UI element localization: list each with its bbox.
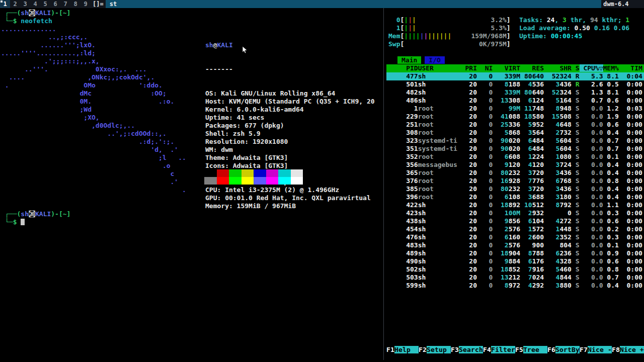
prompt-at-symbol: ㉉ <box>29 9 35 17</box>
process-row[interactable]: 308root 20 0 5868 3564 2732 S 0.0 0.4 0:… <box>386 129 644 137</box>
fkey-f1[interactable]: F1Help <box>386 346 419 353</box>
process-row[interactable]: 502sh 20 0 18852 7916 5460 S 0.0 0.8 0:0… <box>386 265 644 274</box>
dwm-status-bar: 123456789 []= st dwm-6.4 <box>0 0 644 8</box>
process-table-header[interactable]: PIDUSER PRI NI VIRT RES SHR S CPU%▽MEM% … <box>386 64 644 72</box>
neofetch-info: sh@KALI ------- OS: Kali GNU/Linux Rolli… <box>205 25 375 226</box>
neofetch-host: KALI <box>217 41 232 49</box>
palette-swatch <box>278 169 291 177</box>
process-row[interactable]: 229root 20 0 41088 18580 15508 S 0.0 1.9… <box>386 113 644 121</box>
fkey-label: F1 <box>386 346 394 353</box>
tag-2[interactable]: 2 <box>10 0 20 8</box>
column-header-MEM%[interactable]: MEM% <box>603 64 619 72</box>
text-cursor <box>21 219 25 225</box>
tag-3[interactable]: 3 <box>20 0 30 8</box>
tab-main[interactable]: Main <box>397 56 421 64</box>
process-row[interactable]: 438sh 20 0 9856 6104 4272 S 0.0 0.6 0:00 <box>386 217 644 225</box>
process-row[interactable]: 251root 20 0 25336 5952 4648 S 0.0 0.6 0… <box>386 121 644 129</box>
tag-8[interactable]: 8 <box>70 0 80 8</box>
tasks-line: Tasks: 24, 3 thr, 94 kthr; 1 <box>519 16 629 24</box>
process-row[interactable]: 454sh 20 0 2576 1572 1448 S 0.0 0.2 0:00 <box>386 225 644 233</box>
process-row[interactable]: 356messagebus 20 0 9120 4120 3724 S 0.0 … <box>386 161 644 169</box>
fkey-f5[interactable]: F5Tree <box>515 346 547 353</box>
process-row[interactable]: 396root 20 0 6108 3688 3180 S 0.0 0.4 0:… <box>386 193 644 201</box>
column-header-RES[interactable]: RES <box>520 64 544 72</box>
fkey-f8[interactable]: F8Nice + <box>612 346 644 353</box>
process-row[interactable]: 1root 20 0 99M 11748 8948 S 0.0 1.2 0:03 <box>386 105 644 113</box>
palette-swatch <box>291 169 303 177</box>
neofetch-lines: OS: Kali GNU/Linux Rolling x86_64Host: K… <box>205 89 375 210</box>
process-row[interactable]: 501sh 20 0 8188 4536 3436 R 2.6 0.5 0:00 <box>386 80 644 88</box>
terminal-window-left[interactable]: ┌──(sh㉉KALI)-[~] └─$ neofetch ..........… <box>0 8 384 360</box>
htop-window[interactable]: 0[||| 3.2%] 1[||| 5.3%]Mem[|||||||||||| … <box>386 8 644 354</box>
neofetch-info-line: Packages: 677 (dpkg) <box>205 122 375 130</box>
process-row[interactable]: 476sh 20 0 6160 2600 2352 S 0.0 0.3 0:00 <box>386 233 644 241</box>
fkey-f2[interactable]: F2Setup <box>419 346 451 353</box>
fkey-label: F2 <box>419 346 427 353</box>
prompt-line-2b[interactable]: └─$ <box>5 218 25 226</box>
tag-4[interactable]: 4 <box>30 0 40 8</box>
process-row[interactable]: 482sh 20 0 339M 80640 52324 S 1.3 8.1 0:… <box>386 88 644 97</box>
palette-swatch <box>278 177 291 185</box>
neofetch-info-line: Host: KVM/QEMU (Standard PC (Q35 + ICH9,… <box>205 98 375 106</box>
process-row[interactable]: 483sh 20 0 2576 900 804 S 0.0 0.1 0:00 <box>386 241 644 249</box>
process-row[interactable]: 423sh 20 0 100M 2932 0 S 0.0 0.3 0:00 <box>386 209 644 217</box>
palette-swatch <box>242 169 254 177</box>
column-header-S[interactable]: S <box>572 64 580 72</box>
meter-value: 5.3% <box>416 24 507 32</box>
palette-swatch <box>291 177 303 185</box>
function-key-bar: F1Help F2Setup F3SearchF4FilterF5Tree F6… <box>386 346 644 354</box>
focused-window-title[interactable]: st <box>106 0 601 8</box>
meter-bar: | <box>404 24 408 32</box>
process-row[interactable]: 323systemd-ti 20 0 90020 6484 5604 S 0.0… <box>386 137 644 145</box>
process-row[interactable]: 599sh 20 0 8972 4292 3880 S 0.0 0.4 0:00 <box>386 282 644 290</box>
process-row[interactable]: 352root 20 0 6608 1224 1080 S 0.0 0.1 0:… <box>386 153 644 161</box>
process-row[interactable]: 503sh 20 0 13212 7024 4844 S 0.0 0.7 0:0… <box>386 274 644 282</box>
fkey-action: Filter <box>491 346 515 353</box>
column-header-NI[interactable]: NI <box>477 64 493 72</box>
column-header-TIM[interactable]: TIM <box>619 64 642 72</box>
neofetch-info-line: Icons: Adwaita [GTK3] <box>205 162 375 170</box>
tag-7[interactable]: 7 <box>60 0 70 8</box>
fkey-f4[interactable]: F4Filter <box>483 346 515 353</box>
fkey-f3[interactable]: F3Search <box>451 346 483 353</box>
meter-bar: | <box>404 16 408 24</box>
process-row[interactable]: 351systemd-ti 20 0 90020 6484 5604 S 0.0… <box>386 145 644 153</box>
column-header-PRI[interactable]: PRI <box>461 64 477 72</box>
neofetch-underline: ------- <box>205 65 375 73</box>
process-row[interactable]: 422sh 20 0 18892 10512 8792 S 0.0 1.1 0:… <box>386 201 644 209</box>
layout-symbol[interactable]: []= <box>91 0 106 8</box>
tag-1[interactable]: 1 <box>0 0 10 8</box>
meter-swp: Swp[ 0K/975M] <box>388 40 511 48</box>
fkey-action: Tree <box>523 346 547 353</box>
column-header-PID[interactable]: PID <box>386 64 418 72</box>
meter-mem: Mem[|||||||||||| 159M/968M] <box>388 32 511 40</box>
column-header-SHR[interactable]: SHR <box>544 64 572 72</box>
tag-5[interactable]: 5 <box>40 0 50 8</box>
column-header-USER[interactable]: USER <box>418 64 461 72</box>
palette-swatch <box>229 177 242 185</box>
process-row[interactable]: 490sh 20 0 9884 6176 4328 S 0.0 0.6 0:00 <box>386 257 644 265</box>
fkey-label: F7 <box>580 346 588 353</box>
fkey-f6[interactable]: F6SortBy <box>547 346 580 353</box>
process-row[interactable]: 486sh 20 0 13308 6124 5164 S 0.7 0.6 0:0… <box>386 97 644 105</box>
fkey-f7[interactable]: F7Nice - <box>580 346 612 353</box>
prompt-path: ~ <box>63 210 67 218</box>
process-row[interactable]: 376root 20 0 16928 7776 6768 S 0.0 0.8 0… <box>386 177 644 185</box>
process-row[interactable]: 365root 20 0 80232 3720 3436 S 0.0 0.4 0… <box>386 169 644 177</box>
tab-io[interactable]: I/O <box>425 56 444 64</box>
palette-swatch <box>217 169 229 177</box>
process-row[interactable]: 477sh 20 0 339M 80640 52324 R 5.3 8.1 0:… <box>386 72 644 80</box>
column-header-CPU%[interactable]: CPU%▽ <box>580 64 603 72</box>
column-header-VIRT[interactable]: VIRT <box>493 64 520 72</box>
tag-9[interactable]: 9 <box>80 0 91 8</box>
meter-bar: | <box>408 16 412 24</box>
palette-swatch <box>266 177 279 185</box>
prompt-frame: ] <box>67 9 71 17</box>
neofetch-info-line: CPU: Intel i3-2375M (2) @ 1.496GHz <box>205 186 375 194</box>
prompt-frame: )-[ <box>51 9 62 17</box>
process-row[interactable]: 489sh 20 0 18904 8788 6236 S 0.0 0.9 0:0… <box>386 249 644 257</box>
prompt-path: ~ <box>63 9 67 17</box>
process-row[interactable]: 385root 20 0 80232 3720 3436 S 0.0 0.4 0… <box>386 185 644 193</box>
tag-6[interactable]: 6 <box>50 0 60 8</box>
process-table: 477sh 20 0 339M 80640 52324 R 5.3 8.1 0:… <box>386 72 644 290</box>
